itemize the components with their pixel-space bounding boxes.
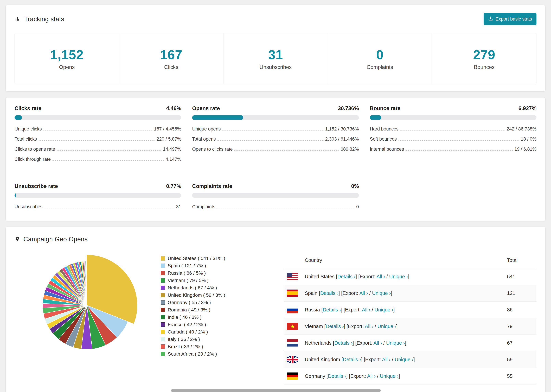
rate-value: 0% (351, 183, 359, 189)
geo-pie-chart (34, 252, 140, 358)
legend-item: Vietnam ( 79 / 5% ) (161, 277, 263, 284)
legend-label: Russia ( 86 / 5% ) (168, 269, 206, 277)
dotted-leader (399, 140, 519, 140)
rate-detail-row: Unique clicks167 / 4.456% (14, 124, 181, 134)
geo-table-header-row: CountryTotal (284, 252, 537, 268)
details-link[interactable]: Details › (320, 290, 338, 296)
rate-title: Complaints rate (192, 183, 232, 189)
details-link[interactable]: Details › (323, 307, 341, 313)
export-download-icon (488, 16, 493, 22)
country-cell: Vietnam [Details ›] [Export: All › / Uni… (302, 318, 504, 335)
geo-table-row-ru: Russia [Details ›] [Export: All › / Uniq… (284, 301, 537, 318)
legend-item: Spain ( 121 / 7% ) (161, 262, 263, 269)
legend-label: United Kingdom ( 59 / 3% ) (168, 291, 225, 299)
geo-table-row-gb: United Kingdom [Details ›] [Export: All … (284, 351, 537, 368)
rate-rows: Unique opens1,152 / 30.736%Total opens2,… (192, 124, 359, 154)
details-link[interactable]: Details › (337, 274, 355, 279)
rate-block-opens-rate: Opens rate30.736%Unique opens1,152 / 30.… (192, 105, 359, 164)
geo-opens-card: Campaign Geo Opens United States ( 541 /… (6, 227, 545, 392)
rate-head: Complaints rate0% (192, 183, 359, 189)
legend-label: Spain ( 121 / 7% ) (168, 262, 206, 269)
legend-swatch-icon (161, 256, 165, 260)
export-unique-link[interactable]: Unique › (389, 274, 408, 279)
rate-detail-label: Clicks to opens rate (14, 147, 55, 152)
export-all-link[interactable]: All › (359, 290, 368, 296)
stat-box-complaints: 0Complaints (328, 33, 432, 84)
rate-detail-row: Complaints0 (192, 202, 359, 212)
legend-swatch-icon (161, 286, 165, 290)
rate-detail-label: Click through rate (14, 157, 51, 162)
export-unique-link[interactable]: Unique › (372, 290, 391, 296)
country-name: Russia (305, 307, 320, 313)
export-all-link[interactable]: All › (365, 324, 373, 329)
legend-swatch-icon (161, 344, 165, 349)
export-all-link[interactable]: All › (362, 307, 370, 313)
geo-opens-header: Campaign Geo Opens (14, 236, 537, 243)
stat-value: 0 (328, 47, 432, 62)
dotted-leader (222, 130, 324, 131)
legend-item: Germany ( 55 / 3% ) (161, 299, 263, 306)
total-cell: 541 (504, 268, 537, 285)
total-cell: 86 (504, 301, 537, 318)
rate-detail-value: 18 / 0% (521, 136, 537, 142)
flag-cell (284, 301, 302, 318)
legend-swatch-icon (161, 337, 165, 341)
tracking-stats-header: Tracking stats Export basic stats (14, 13, 537, 25)
dotted-leader (39, 140, 155, 140)
stat-box-bounces: 279Bounces (432, 33, 536, 84)
rate-progress-fill (192, 115, 243, 120)
geo-table-row-de: Germany [Details ›] [Export: All › / Uni… (284, 368, 537, 385)
export-all-link[interactable]: All › (373, 340, 382, 346)
dotted-leader (43, 130, 152, 131)
geo-opens-title-wrap: Campaign Geo Opens (14, 236, 88, 243)
total-column-header: Total (504, 252, 537, 268)
export-all-link[interactable]: All › (376, 274, 385, 279)
stat-label: Clicks (119, 64, 224, 70)
tracking-stats-title: Tracking stats (24, 15, 64, 23)
dotted-leader (218, 140, 323, 140)
export-unique-link[interactable]: Unique › (374, 307, 393, 313)
details-link[interactable]: Details › (328, 373, 346, 379)
rate-value: 30.736% (338, 105, 359, 112)
rate-block-bounce-rate: Bounce rate6.927%Hard bounces242 / 86.73… (370, 105, 537, 164)
rate-detail-value: 242 / 86.738% (507, 126, 537, 132)
rate-detail-value: 1,152 / 30.736% (325, 126, 359, 132)
export-all-link[interactable]: All › (382, 357, 390, 362)
flag-column-header (284, 252, 302, 268)
country-cell: Spain [Details ›] [Export: All › / Uniqu… (302, 285, 504, 301)
dotted-leader (57, 150, 161, 151)
country-cell: Netherlands [Details ›] [Export: All › /… (302, 335, 504, 351)
export-all-link[interactable]: All › (367, 373, 376, 379)
rate-detail-label: Total opens (192, 136, 216, 142)
rate-detail-label: Complaints (192, 204, 215, 210)
legend-label: Germany ( 55 / 3% ) (168, 299, 211, 306)
rate-rows: Unsubscribes31 (14, 202, 181, 212)
export-unique-link[interactable]: Unique › (386, 340, 405, 346)
rate-detail-label: Internal bounces (370, 147, 404, 152)
details-link[interactable]: Details › (334, 340, 353, 346)
stat-value: 167 (119, 47, 224, 62)
rate-value: 6.927% (518, 105, 537, 112)
rate-value: 4.46% (166, 105, 181, 112)
rate-head: Clicks rate4.46% (14, 105, 181, 112)
export-unique-link[interactable]: Unique › (395, 357, 413, 362)
legend-swatch-icon (161, 330, 165, 334)
flag-vn-icon: ★ (287, 322, 298, 330)
total-cell: 59 (504, 351, 537, 368)
dotted-leader (406, 150, 513, 151)
export-basic-stats-button[interactable]: Export basic stats (484, 13, 537, 25)
details-link[interactable]: Details › (343, 357, 361, 362)
stat-label: Opens (15, 64, 119, 70)
bar-chart-icon (14, 16, 21, 23)
total-cell: 55 (504, 368, 537, 385)
rate-rows: Unique clicks167 / 4.456%Total clicks220… (14, 124, 181, 164)
export-unique-link[interactable]: Unique › (377, 324, 396, 329)
total-cell: 121 (504, 285, 537, 301)
flag-gb-icon (287, 356, 298, 363)
details-link[interactable]: Details › (326, 324, 344, 329)
legend-swatch-icon (161, 264, 165, 268)
export-unique-link[interactable]: Unique › (380, 373, 399, 379)
rate-title: Clicks rate (14, 105, 42, 112)
horizontal-scrollbar-thumb[interactable] (171, 389, 381, 392)
tracking-stats-title-wrap: Tracking stats (14, 15, 64, 23)
